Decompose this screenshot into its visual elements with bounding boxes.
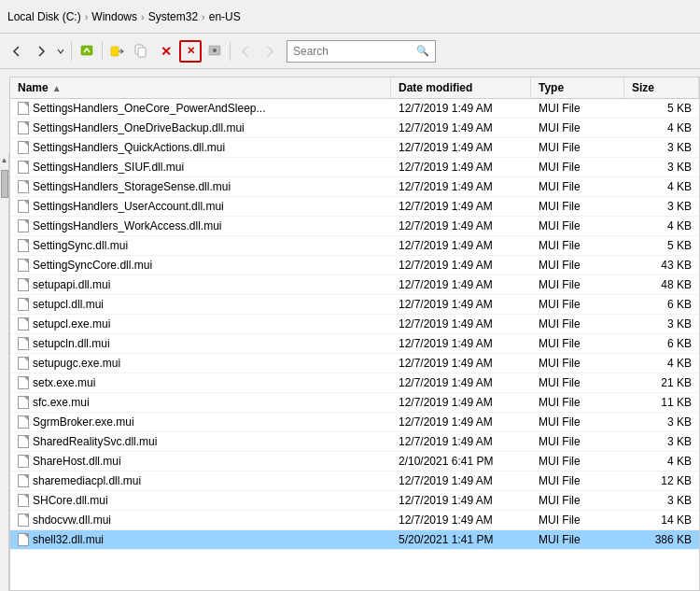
table-row[interactable]: SettingSync.dll.mui12/7/2019 1:49 AMMUI … <box>10 236 699 256</box>
file-size-cell: 5 KB <box>624 236 699 255</box>
file-date-cell: 12/7/2019 1:49 AM <box>391 432 531 451</box>
table-row[interactable]: setupcl.dll.mui12/7/2019 1:49 AMMUI File… <box>10 295 699 315</box>
table-row[interactable]: shdocvw.dll.mui12/7/2019 1:49 AMMUI File… <box>10 511 699 530</box>
table-row[interactable]: SettingsHandlers_OneCore_PowerAndSleep..… <box>10 99 699 119</box>
file-type-cell: MUI File <box>531 393 624 412</box>
recent-button[interactable] <box>54 40 67 63</box>
table-row[interactable]: SettingsHandlers_SIUF.dll.mui12/7/2019 1… <box>10 158 699 177</box>
table-row[interactable]: setx.exe.mui12/7/2019 1:49 AMMUI File21 … <box>10 373 699 393</box>
nav-right-button[interactable] <box>259 40 281 63</box>
breadcrumb-sep-1: › <box>85 11 89 22</box>
breadcrumb-localdisk[interactable]: Local Disk (C:) <box>7 10 81 23</box>
properties-button[interactable] <box>203 40 226 63</box>
table-row[interactable]: setupugc.exe.mui12/7/2019 1:49 AMMUI Fil… <box>10 354 699 373</box>
file-type-cell: MUI File <box>531 511 624 529</box>
table-row[interactable]: setupcln.dll.mui12/7/2019 1:49 AMMUI Fil… <box>10 334 699 354</box>
table-row[interactable]: SettingSyncCore.dll.mui12/7/2019 1:49 AM… <box>10 256 699 275</box>
file-size-cell: 3 KB <box>624 197 699 216</box>
file-name: SHCore.dll.mui <box>33 494 108 507</box>
file-name: SharedRealitySvc.dll.mui <box>33 435 157 448</box>
file-name-cell: setupcln.dll.mui <box>10 334 391 353</box>
file-name: shdocvw.dll.mui <box>33 514 111 527</box>
breadcrumb-windows[interactable]: Windows <box>91 10 137 23</box>
file-name: setx.exe.mui <box>33 376 95 389</box>
file-size-cell: 4 KB <box>624 217 699 235</box>
file-date-cell: 12/7/2019 1:49 AM <box>391 275 531 294</box>
delete-x-button[interactable]: ✕ <box>179 40 202 63</box>
file-size-cell: 6 KB <box>624 334 699 353</box>
table-row[interactable]: SharedRealitySvc.dll.mui12/7/2019 1:49 A… <box>10 432 699 452</box>
table-row[interactable]: sfc.exe.mui12/7/2019 1:49 AMMUI File11 K… <box>10 393 699 413</box>
file-icon <box>18 435 29 448</box>
header-type[interactable]: Type <box>531 77 624 98</box>
toolbar: ✕ ✕ 🔍 <box>0 34 700 69</box>
table-row[interactable]: shell32.dll.mui5/20/2021 1:41 PMMUI File… <box>10 530 699 550</box>
table-row[interactable]: setupapi.dll.mui12/7/2019 1:49 AMMUI Fil… <box>10 275 699 295</box>
file-size-cell: 4 KB <box>624 354 699 373</box>
file-name: SettingSyncCore.dll.mui <box>33 259 152 272</box>
table-row[interactable]: sharemediacpl.dll.mui12/7/2019 1:49 AMMU… <box>10 471 699 491</box>
nav-left-button[interactable] <box>234 40 257 63</box>
table-row[interactable]: SettingsHandlers_QuickActions.dll.mui12/… <box>10 138 699 158</box>
delete-button[interactable]: ✕ <box>155 40 177 63</box>
table-row[interactable]: SgrmBroker.exe.mui12/7/2019 1:49 AMMUI F… <box>10 413 699 432</box>
file-icon <box>18 474 29 487</box>
breadcrumb-system32[interactable]: System32 <box>148 10 198 23</box>
table-row[interactable]: ShareHost.dll.mui2/10/2021 6:41 PMMUI Fi… <box>10 452 699 471</box>
table-row[interactable]: SettingsHandlers_OneDriveBackup.dll.mui1… <box>10 119 699 138</box>
file-date-cell: 12/7/2019 1:49 AM <box>391 354 531 373</box>
search-input[interactable] <box>293 45 416 58</box>
file-name: SgrmBroker.exe.mui <box>33 415 134 429</box>
table-row[interactable]: setupcl.exe.mui12/7/2019 1:49 AMMUI File… <box>10 315 699 334</box>
file-icon <box>18 141 29 154</box>
header-name[interactable]: Name ▲ <box>10 77 391 98</box>
file-type-cell: MUI File <box>531 471 624 490</box>
file-size-cell: 3 KB <box>624 413 699 431</box>
file-icon <box>18 200 29 213</box>
file-name-cell: SettingsHandlers_StorageSense.dll.mui <box>10 177 391 196</box>
table-row[interactable]: SHCore.dll.mui12/7/2019 1:49 AMMUI File3… <box>10 491 699 511</box>
header-date[interactable]: Date modified <box>391 77 531 98</box>
file-type-cell: MUI File <box>531 119 624 137</box>
forward-button[interactable] <box>30 40 52 63</box>
breadcrumb-enus[interactable]: en-US <box>209 10 241 23</box>
file-name-cell: SettingsHandlers_OneDriveBackup.dll.mui <box>10 119 391 137</box>
copy-to-button[interactable] <box>131 40 153 63</box>
file-name-cell: shell32.dll.mui <box>10 530 391 549</box>
header-size[interactable]: Size <box>624 77 699 98</box>
file-type-cell: MUI File <box>531 197 624 216</box>
file-date-cell: 12/7/2019 1:49 AM <box>391 138 531 157</box>
file-size-cell: 11 KB <box>624 393 699 412</box>
table-row[interactable]: SettingsHandlers_UserAccount.dll.mui12/7… <box>10 197 699 217</box>
file-name: SettingSync.dll.mui <box>33 239 128 252</box>
list-scroll[interactable]: SettingsHandlers_OneCore_PowerAndSleep..… <box>10 99 699 590</box>
file-date-cell: 12/7/2019 1:49 AM <box>391 99 531 118</box>
file-name: setupcl.exe.mui <box>33 317 110 331</box>
toolbar-sep-3 <box>230 42 231 61</box>
file-size-cell: 3 KB <box>624 315 699 333</box>
file-type-cell: MUI File <box>531 452 624 471</box>
breadcrumb-sep-2: › <box>141 11 145 22</box>
file-name: SettingsHandlers_UserAccount.dll.mui <box>33 200 224 213</box>
content-area: Name ▲ Date modified Type Size SettingsH… <box>9 77 700 591</box>
file-list: Name ▲ Date modified Type Size SettingsH… <box>9 77 700 591</box>
file-icon <box>18 514 29 527</box>
back-button[interactable] <box>6 40 28 63</box>
file-icon <box>18 121 29 134</box>
file-type-cell: MUI File <box>531 158 624 176</box>
file-name: SettingsHandlers_OneCore_PowerAndSleep..… <box>33 102 265 115</box>
file-name: SettingsHandlers_OneDriveBackup.dll.mui <box>33 121 245 134</box>
left-scroll-up[interactable]: ▲ <box>0 153 9 166</box>
file-size-cell: 43 KB <box>624 256 699 274</box>
file-type-cell: MUI File <box>531 275 624 294</box>
table-row[interactable]: SettingsHandlers_StorageSense.dll.mui12/… <box>10 177 699 197</box>
table-row[interactable]: SettingsHandlers_WorkAccess.dll.mui12/7/… <box>10 217 699 236</box>
file-size-cell: 3 KB <box>624 138 699 157</box>
file-size-cell: 4 KB <box>624 452 699 471</box>
file-name: SettingsHandlers_StorageSense.dll.mui <box>33 180 231 193</box>
up-button[interactable] <box>76 40 98 63</box>
file-date-cell: 12/7/2019 1:49 AM <box>391 197 531 216</box>
toolbar-sep-1 <box>71 42 72 61</box>
move-to-button[interactable] <box>106 40 129 63</box>
file-type-cell: MUI File <box>531 99 624 118</box>
